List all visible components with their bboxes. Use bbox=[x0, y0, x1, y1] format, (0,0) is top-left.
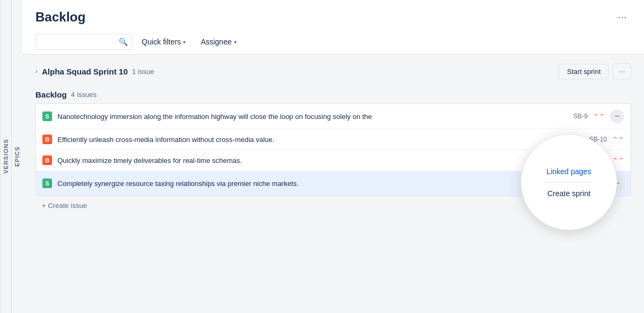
issue-action-button[interactable]: − bbox=[610, 109, 624, 123]
assignee-filter-button[interactable]: Assignee ▾ bbox=[195, 34, 242, 49]
sprint-name: Alpha Squad Sprint 10 bbox=[42, 67, 128, 76]
context-menu-divider bbox=[546, 182, 592, 183]
sprint-header: › Alpha Squad Sprint 10 1 issue Start sp… bbox=[35, 63, 631, 79]
context-menu-inner: Linked pages Create sprint bbox=[540, 165, 597, 200]
story-icon: S bbox=[42, 178, 52, 188]
sidebar-epics[interactable]: EPICS bbox=[11, 0, 23, 313]
bug-icon: B bbox=[42, 135, 52, 144]
story-icon: S bbox=[42, 111, 52, 121]
backlog-title: Backlog bbox=[35, 90, 67, 99]
sprint-chevron-icon[interactable]: › bbox=[35, 68, 38, 75]
issue-id: SB-9 bbox=[564, 113, 588, 120]
table-row[interactable]: SNanotechnology immersion along the info… bbox=[36, 104, 631, 129]
start-sprint-button[interactable]: Start sprint bbox=[559, 64, 609, 79]
priority-icon: ⌃⌃ bbox=[593, 113, 605, 121]
issue-summary: Nanotechnology immersion along the infor… bbox=[57, 113, 558, 121]
bug-icon: B bbox=[42, 155, 52, 165]
priority-icon: ⌃⌃ bbox=[612, 136, 624, 144]
issue-summary: Completely synergize resource taxing rel… bbox=[57, 180, 558, 188]
context-menu-create-sprint[interactable]: Create sprint bbox=[541, 187, 597, 200]
assignee-label: Assignee bbox=[201, 38, 232, 46]
backlog-issue-count: 4 issues bbox=[71, 91, 97, 99]
search-wrapper: 🔍 bbox=[35, 34, 132, 50]
quick-filters-chevron-icon: ▾ bbox=[183, 39, 186, 45]
left-sidebars: VERSIONS EPICS bbox=[0, 0, 23, 313]
backlog-header-left: Backlog 4 issues bbox=[35, 90, 97, 99]
context-menu-linked-pages[interactable]: Linked pages bbox=[540, 165, 597, 178]
search-icon-button[interactable]: 🔍 bbox=[119, 38, 128, 46]
sprint-more-button[interactable]: ··· bbox=[613, 63, 631, 79]
sprint-section: › Alpha Squad Sprint 10 1 issue Start sp… bbox=[35, 63, 631, 79]
sidebar-versions[interactable]: VERSIONS bbox=[0, 0, 11, 313]
sprint-header-right: Start sprint ··· bbox=[559, 63, 631, 79]
issue-summary: Efficiently unleash cross-media informat… bbox=[57, 136, 577, 144]
backlog-header: Backlog 4 issues bbox=[35, 90, 631, 99]
app-container: VERSIONS EPICS Backlog ··· 🔍 Quick filte… bbox=[0, 0, 644, 313]
assignee-chevron-icon: ▾ bbox=[234, 39, 237, 45]
sprint-header-left: › Alpha Squad Sprint 10 1 issue bbox=[35, 67, 154, 76]
sprint-issue-count: 1 issue bbox=[132, 68, 154, 76]
issue-summary: Quickly maximize timely deliverables for… bbox=[57, 156, 577, 165]
header: Backlog ··· bbox=[23, 0, 644, 29]
header-more-button[interactable]: ··· bbox=[613, 9, 631, 25]
search-input[interactable] bbox=[35, 34, 132, 50]
quick-filters-label: Quick filters bbox=[142, 38, 181, 46]
priority-icon: ⌃⌃ bbox=[612, 156, 624, 165]
context-menu: Linked pages Create sprint bbox=[521, 134, 617, 230]
quick-filters-button[interactable]: Quick filters ▾ bbox=[136, 34, 191, 49]
page-title: Backlog bbox=[35, 10, 85, 25]
toolbar: 🔍 Quick filters ▾ Assignee ▾ bbox=[23, 29, 644, 55]
